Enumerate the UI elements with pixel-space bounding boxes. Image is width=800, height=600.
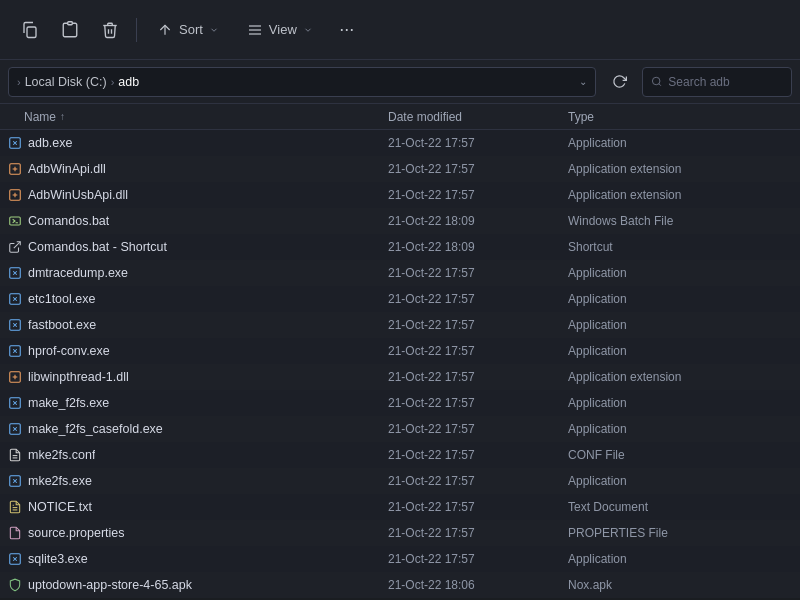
cell-type-0: Application (560, 136, 800, 150)
file-type-icon (8, 552, 22, 566)
copy-button[interactable] (12, 12, 48, 48)
cell-name-4: Comandos.bat - Shortcut (0, 240, 380, 254)
table-row[interactable]: uptodown-app-store-4-65.apk 21-Oct-22 18… (0, 572, 800, 598)
column-type[interactable]: Type (560, 110, 780, 124)
file-name-text: Comandos.bat (28, 214, 109, 228)
table-row[interactable]: mke2fs.conf 21-Oct-22 17:57 CONF File (0, 442, 800, 468)
delete-button[interactable] (92, 12, 128, 48)
file-name-text: mke2fs.conf (28, 448, 95, 462)
table-row[interactable]: make_f2fs_casefold.exe 21-Oct-22 17:57 A… (0, 416, 800, 442)
cell-name-17: uptodown-app-store-4-65.apk (0, 578, 380, 592)
cell-name-7: fastboot.exe (0, 318, 380, 332)
table-row[interactable]: dmtracedump.exe 21-Oct-22 17:57 Applicat… (0, 260, 800, 286)
file-type-icon (8, 318, 22, 332)
cell-date-8: 21-Oct-22 17:57 (380, 344, 560, 358)
table-row[interactable]: fastboot.exe 21-Oct-22 17:57 Application (0, 312, 800, 338)
cell-date-16: 21-Oct-22 17:57 (380, 552, 560, 566)
file-type-icon (8, 344, 22, 358)
file-type-icon (8, 136, 22, 150)
file-type-icon (8, 422, 22, 436)
cell-type-2: Application extension (560, 188, 800, 202)
cell-date-13: 21-Oct-22 17:57 (380, 474, 560, 488)
cell-date-15: 21-Oct-22 17:57 (380, 526, 560, 540)
view-button[interactable]: View (235, 16, 325, 44)
cell-name-6: etc1tool.exe (0, 292, 380, 306)
table-row[interactable]: Comandos.bat - Shortcut 21-Oct-22 18:09 … (0, 234, 800, 260)
table-row[interactable]: mke2fs.exe 21-Oct-22 17:57 Application (0, 468, 800, 494)
file-name-text: uptodown-app-store-4-65.apk (28, 578, 192, 592)
toolbar-separator (136, 18, 137, 42)
cell-name-1: AdbWinApi.dll (0, 162, 380, 176)
table-row[interactable]: AdbWinApi.dll 21-Oct-22 17:57 Applicatio… (0, 156, 800, 182)
file-type-icon (8, 370, 22, 384)
file-type-icon (8, 500, 22, 514)
file-name-text: sqlite3.exe (28, 552, 88, 566)
cell-type-1: Application extension (560, 162, 800, 176)
file-name-text: adb.exe (28, 136, 72, 150)
cell-name-11: make_f2fs_casefold.exe (0, 422, 380, 436)
file-type-icon (8, 396, 22, 410)
file-type-icon (8, 292, 22, 306)
cell-date-4: 21-Oct-22 18:09 (380, 240, 560, 254)
file-name-text: source.properties (28, 526, 125, 540)
table-row[interactable]: NOTICE.txt 21-Oct-22 17:57 Text Document (0, 494, 800, 520)
search-input[interactable] (668, 75, 783, 89)
file-name-text: etc1tool.exe (28, 292, 95, 306)
file-name-text: libwinpthread-1.dll (28, 370, 129, 384)
cell-date-9: 21-Oct-22 17:57 (380, 370, 560, 384)
file-type-icon (8, 448, 22, 462)
cell-date-14: 21-Oct-22 17:57 (380, 500, 560, 514)
breadcrumb-sep1: › (111, 76, 115, 88)
breadcrumb-chevron-icon: ⌄ (579, 76, 587, 87)
cell-type-7: Application (560, 318, 800, 332)
file-type-icon (8, 474, 22, 488)
cell-type-5: Application (560, 266, 800, 280)
file-type-icon (8, 214, 22, 228)
search-box[interactable] (642, 67, 792, 97)
sort-label: Sort (179, 22, 203, 37)
file-name-text: AdbWinApi.dll (28, 162, 106, 176)
svg-rect-1 (68, 21, 73, 24)
breadcrumb[interactable]: › Local Disk (C:) › adb ⌄ (8, 67, 596, 97)
refresh-button[interactable] (604, 67, 634, 97)
toolbar: Sort View ··· (0, 0, 800, 60)
svg-point-6 (652, 77, 660, 85)
sort-button[interactable]: Sort (145, 16, 231, 44)
file-name-text: AdbWinUsbApi.dll (28, 188, 128, 202)
file-name-text: hprof-conv.exe (28, 344, 110, 358)
table-row[interactable]: AdbWinUsbApi.dll 21-Oct-22 17:57 Applica… (0, 182, 800, 208)
cell-type-15: PROPERTIES File (560, 526, 800, 540)
cell-name-14: NOTICE.txt (0, 500, 380, 514)
cell-date-2: 21-Oct-22 17:57 (380, 188, 560, 202)
table-row[interactable]: hprof-conv.exe 21-Oct-22 17:57 Applicati… (0, 338, 800, 364)
cell-type-8: Application (560, 344, 800, 358)
file-list-header: Name ↑ Date modified Type (0, 104, 800, 130)
cell-type-17: Nox.apk (560, 578, 800, 592)
file-type-icon (8, 526, 22, 540)
column-date[interactable]: Date modified (380, 110, 560, 124)
table-row[interactable]: adb.exe 21-Oct-22 17:57 Application (0, 130, 800, 156)
cell-name-16: sqlite3.exe (0, 552, 380, 566)
more-button[interactable]: ··· (329, 12, 365, 48)
cell-date-10: 21-Oct-22 17:57 (380, 396, 560, 410)
paste-button[interactable] (52, 12, 88, 48)
cell-type-10: Application (560, 396, 800, 410)
table-row[interactable]: Comandos.bat 21-Oct-22 18:09 Windows Bat… (0, 208, 800, 234)
file-name-text: Comandos.bat - Shortcut (28, 240, 167, 254)
cell-name-9: libwinpthread-1.dll (0, 370, 380, 384)
file-name-text: mke2fs.exe (28, 474, 92, 488)
table-row[interactable]: libwinpthread-1.dll 21-Oct-22 17:57 Appl… (0, 364, 800, 390)
search-icon (651, 75, 662, 88)
cell-date-3: 21-Oct-22 18:09 (380, 214, 560, 228)
table-row[interactable]: etc1tool.exe 21-Oct-22 17:57 Application (0, 286, 800, 312)
cell-date-7: 21-Oct-22 17:57 (380, 318, 560, 332)
cell-date-12: 21-Oct-22 17:57 (380, 448, 560, 462)
table-row[interactable]: make_f2fs.exe 21-Oct-22 17:57 Applicatio… (0, 390, 800, 416)
column-name[interactable]: Name ↑ (0, 110, 380, 124)
file-type-icon (8, 578, 22, 592)
cell-date-11: 21-Oct-22 17:57 (380, 422, 560, 436)
table-row[interactable]: sqlite3.exe 21-Oct-22 17:57 Application (0, 546, 800, 572)
file-name-text: dmtracedump.exe (28, 266, 128, 280)
cell-type-11: Application (560, 422, 800, 436)
table-row[interactable]: source.properties 21-Oct-22 17:57 PROPER… (0, 520, 800, 546)
